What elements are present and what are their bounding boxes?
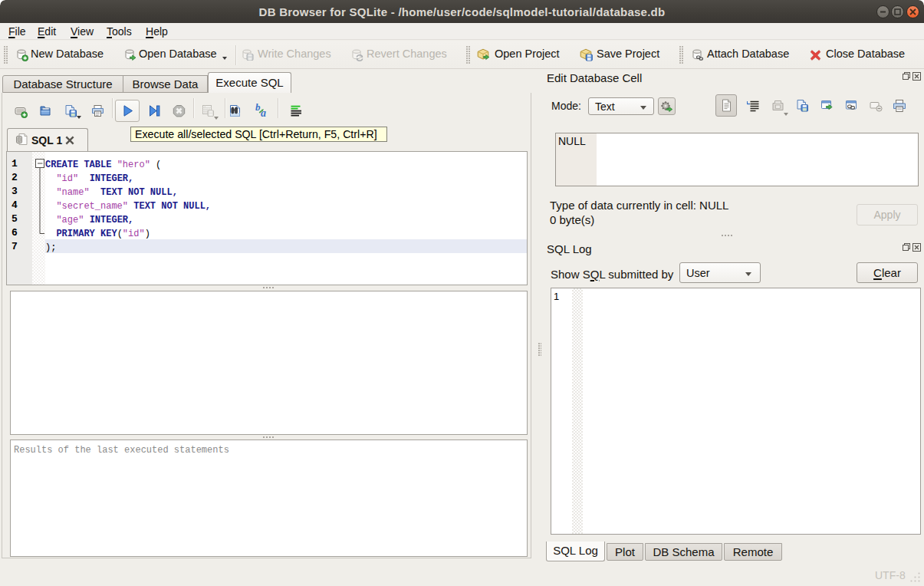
svg-text:b: b [255,104,261,113]
